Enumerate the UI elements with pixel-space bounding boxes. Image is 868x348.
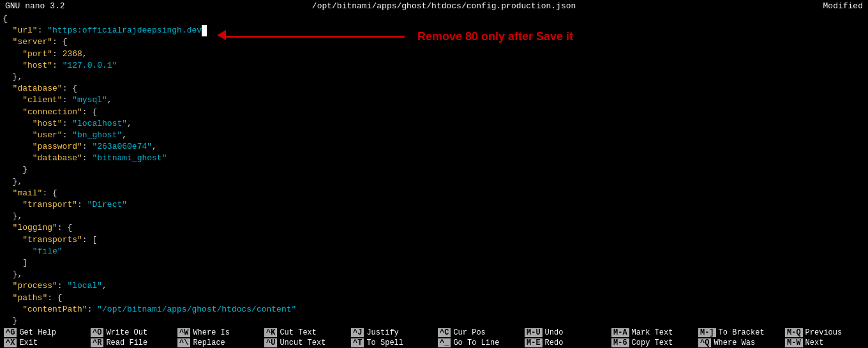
- footer-item[interactable]: ^CCur Pos: [434, 328, 521, 338]
- footer-item[interactable]: M-UUndo: [521, 328, 608, 338]
- footer-item[interactable]: ^XExit: [0, 338, 87, 348]
- footer-label: Uncut Text: [280, 338, 326, 347]
- annotation-text: Remove 80 only after Save it: [417, 30, 573, 43]
- footer-item[interactable]: ^GGet Help: [0, 328, 87, 338]
- footer-item[interactable]: ^\Replace: [174, 338, 260, 348]
- editor-line: "port": 2368,: [3, 49, 865, 60]
- footer-item[interactable]: M-QPrevious: [781, 328, 868, 338]
- footer-label: Next: [805, 338, 824, 347]
- footer-key: M-E: [525, 338, 542, 347]
- editor-line: ]: [3, 257, 865, 269]
- editor-line: },: [3, 211, 865, 222]
- footer-item[interactable]: ^QWhere Was: [694, 338, 781, 348]
- footer-item[interactable]: ^JJustify: [347, 328, 434, 338]
- footer-key: M-W: [785, 338, 803, 347]
- footer-item[interactable]: M-WNext: [781, 338, 868, 348]
- editor-line: "password": "263a060e74",: [3, 141, 865, 153]
- editor-line: },: [3, 176, 865, 188]
- footer-label: Previous: [805, 328, 842, 337]
- footer-item[interactable]: ^_Go To Line: [434, 338, 521, 348]
- app-name: GNU nano 3.2: [5, 1, 65, 11]
- editor-line: "process": "local",: [3, 280, 865, 292]
- footer-item[interactable]: M-6Copy Text: [608, 338, 694, 348]
- editor-line: "database": {: [3, 83, 865, 95]
- footer-label: Read File: [106, 338, 147, 347]
- footer-item[interactable]: M-AMark Text: [608, 328, 694, 338]
- editor-line: "host": "localhost",: [3, 118, 865, 130]
- status: Modified: [823, 1, 863, 11]
- footer-key: ^C: [438, 328, 451, 337]
- footer-key: ^Q: [698, 338, 711, 347]
- editor-line: "file": [3, 246, 865, 257]
- footer-key: ^_: [438, 338, 451, 347]
- footer-key: ^R: [91, 338, 103, 347]
- editor-line: "contentPath": "/opt/bitnami/apps/ghost/…: [3, 304, 865, 315]
- footer-key: ^W: [177, 328, 190, 337]
- editor-line: "paths": {: [3, 292, 865, 304]
- footer: ^GGet Help^OWrite Out^WWhere Is^KCut Tex…: [0, 328, 868, 348]
- footer-key: M-A: [611, 328, 629, 337]
- footer-key: ^G: [4, 328, 17, 337]
- footer-label: Justify: [366, 328, 398, 337]
- arrow-line-icon: [226, 36, 405, 38]
- editor-line: "user": "bn_ghost",: [3, 130, 865, 141]
- footer-item[interactable]: ^UUncut Text: [260, 338, 347, 348]
- editor-line: "host": "127.0.0.1": [3, 60, 865, 72]
- editor-line: "transports": [: [3, 234, 865, 246]
- footer-key: ^J: [351, 328, 364, 337]
- footer-label: Redo: [545, 338, 564, 347]
- editor-line: "database": "bitnami_ghost": [3, 153, 865, 164]
- footer-item[interactable]: ^WWhere Is: [174, 328, 260, 338]
- footer-item[interactable]: M-ERedo: [521, 338, 608, 348]
- footer-label: Replace: [193, 338, 225, 347]
- editor-line: },: [3, 269, 865, 280]
- editor-line: }: [3, 315, 865, 327]
- footer-key: ^T: [351, 338, 364, 347]
- footer-label: Undo: [545, 328, 564, 337]
- footer-label: Where Was: [714, 338, 755, 347]
- footer-label: Get Help: [19, 328, 56, 337]
- footer-label: To Bracket: [719, 328, 765, 337]
- editor-line: "client": "mysql",: [3, 95, 865, 106]
- footer-item[interactable]: ^KCut Text: [260, 328, 347, 338]
- footer-key: ^\: [177, 338, 190, 347]
- footer-row: ^XExit^RRead File^\Replace^UUncut Text^T…: [0, 338, 868, 348]
- editor-line: }: [3, 164, 865, 176]
- footer-key: M-U: [525, 328, 542, 337]
- footer-item[interactable]: ^TTo Spell: [347, 338, 434, 348]
- footer-label: Mark Text: [632, 328, 673, 337]
- footer-key: ^X: [4, 338, 17, 347]
- editor-line: {: [3, 13, 865, 25]
- footer-label: Write Out: [106, 328, 147, 337]
- footer-item[interactable]: ^OWrite Out: [87, 328, 174, 338]
- footer-label: To Spell: [366, 338, 403, 347]
- footer-label: Cut Text: [280, 328, 317, 337]
- footer-label: Copy Text: [632, 338, 673, 347]
- footer-key: ^U: [264, 338, 277, 347]
- footer-key: M-Q: [785, 328, 803, 337]
- footer-label: Exit: [19, 338, 38, 347]
- footer-item[interactable]: ^RRead File: [87, 338, 174, 348]
- editor-line: "connection": {: [3, 107, 865, 118]
- arrow-head-icon: [217, 30, 226, 40]
- editor-line: "transport": "Direct": [3, 199, 865, 211]
- footer-item[interactable]: M-]To Bracket: [694, 328, 781, 338]
- footer-key: ^O: [91, 328, 103, 337]
- footer-row: ^GGet Help^OWrite Out^WWhere Is^KCut Tex…: [0, 328, 868, 338]
- editor-line: "mail": {: [3, 188, 865, 199]
- editor-line: },: [3, 72, 865, 83]
- annotation: Remove 80 only after Save it: [217, 30, 573, 43]
- footer-label: Cur Pos: [453, 328, 485, 337]
- title-bar: GNU nano 3.2 /opt/bitnami/apps/ghost/htd…: [0, 0, 868, 12]
- footer-key: M-]: [698, 328, 716, 337]
- editor[interactable]: Remove 80 only after Save it { "url": "h…: [0, 12, 868, 328]
- footer-key: ^K: [264, 328, 277, 337]
- editor-line: }: [3, 327, 865, 328]
- footer-label: Where Is: [193, 328, 230, 337]
- footer-key: M-6: [611, 338, 629, 347]
- filename: /opt/bitnami/apps/ghost/htdocs/config.pr…: [312, 1, 576, 11]
- editor-line: "logging": {: [3, 222, 865, 234]
- footer-label: Go To Line: [453, 338, 499, 347]
